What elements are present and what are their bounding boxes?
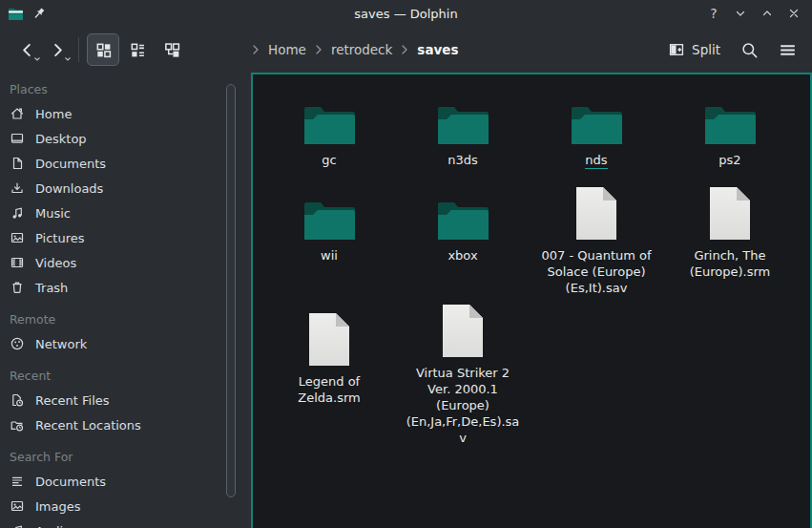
file-icon bbox=[308, 312, 350, 367]
sidebar-item-music[interactable]: Music bbox=[0, 201, 251, 225]
sidebar-item-recent-locations[interactable]: Recent Locations bbox=[0, 412, 251, 437]
folder-icon bbox=[704, 103, 756, 145]
split-label: Split bbox=[692, 42, 720, 57]
sidebar-item-documents[interactable]: Documents bbox=[0, 151, 251, 176]
network-icon bbox=[10, 336, 25, 351]
folder-ps2[interactable]: ps2 bbox=[663, 82, 797, 178]
window-title: saves — Dolphin bbox=[0, 7, 812, 21]
hamburger-menu-icon bbox=[779, 41, 797, 59]
image-icon bbox=[10, 230, 25, 245]
file-grinch-the-europe[interactable]: Grinch, The (Europe).srm bbox=[663, 178, 797, 304]
folder-icon bbox=[437, 103, 489, 145]
sidebar-item-network[interactable]: Network bbox=[0, 331, 251, 356]
folder-nds[interactable]: nds bbox=[530, 82, 663, 178]
details-view-icon bbox=[129, 41, 147, 59]
close-button[interactable] bbox=[783, 3, 804, 24]
folder-wii[interactable]: wii bbox=[262, 178, 396, 304]
places-panel: Places Home Desktop Documents Downloads … bbox=[0, 73, 251, 528]
sidebar-item-search-documents[interactable]: Documents bbox=[0, 469, 251, 494]
tree-view-button[interactable] bbox=[156, 33, 188, 66]
search-button[interactable] bbox=[740, 41, 759, 59]
titlebar: saves — Dolphin ? bbox=[0, 0, 812, 27]
document-icon bbox=[10, 156, 25, 171]
toolbar: Home retrodeck saves Split bbox=[0, 27, 812, 73]
sidebar-item-search-audio[interactable]: Audio bbox=[0, 518, 251, 528]
chevron-icon bbox=[250, 43, 261, 56]
file-virtua-striker-2[interactable]: Virtua Striker 2 Ver. 2000.1 (Europe) (E… bbox=[396, 304, 530, 430]
breadcrumb-current[interactable]: saves bbox=[417, 42, 458, 57]
sidebar-item-trash[interactable]: Trash bbox=[0, 275, 251, 300]
music-icon bbox=[10, 523, 25, 528]
folder-xbox[interactable]: xbox bbox=[396, 178, 530, 304]
document-lines-icon bbox=[10, 474, 25, 489]
video-icon bbox=[10, 255, 25, 270]
image-icon bbox=[10, 498, 25, 514]
folder-gc[interactable]: gc bbox=[262, 82, 396, 178]
section-remote: Remote bbox=[0, 308, 251, 331]
folder-icon bbox=[303, 103, 355, 145]
desktop-icon bbox=[10, 131, 25, 146]
minimize-button[interactable] bbox=[730, 3, 751, 24]
section-places: Places bbox=[0, 78, 251, 101]
chevron-icon bbox=[399, 43, 410, 56]
folder-view[interactable]: gc n3ds nds ps2 wii xbox bbox=[251, 73, 812, 528]
help-button[interactable]: ? bbox=[703, 3, 724, 24]
split-view-icon bbox=[668, 41, 685, 58]
dolphin-app-icon bbox=[8, 6, 24, 22]
search-icon bbox=[740, 41, 759, 59]
trash-icon bbox=[10, 280, 25, 295]
folder-icon bbox=[437, 199, 489, 241]
section-search-for: Search For bbox=[0, 446, 251, 469]
section-recent: Recent bbox=[0, 365, 251, 388]
back-button[interactable] bbox=[11, 34, 42, 65]
folder-icon bbox=[571, 103, 622, 145]
home-icon bbox=[10, 106, 25, 121]
details-view-button[interactable] bbox=[121, 33, 154, 66]
breadcrumb-home[interactable]: Home bbox=[268, 42, 306, 57]
file-icon bbox=[442, 304, 484, 358]
forward-button[interactable] bbox=[42, 34, 73, 65]
recent-locations-icon bbox=[10, 417, 25, 433]
sidebar-item-downloads[interactable]: Downloads bbox=[0, 176, 251, 201]
breadcrumb: Home retrodeck saves bbox=[250, 42, 459, 57]
maximize-button[interactable] bbox=[757, 3, 778, 24]
recent-files-icon bbox=[10, 392, 25, 408]
tree-view-icon bbox=[163, 41, 181, 59]
menu-button[interactable] bbox=[779, 41, 797, 59]
forward-dropdown-caret-icon bbox=[64, 55, 72, 63]
icons-view-button[interactable] bbox=[87, 33, 119, 66]
file-007-quantum-of-solace[interactable]: 007 - Quantum of Solace (Europe) (Es,It)… bbox=[530, 178, 663, 304]
file-legend-of-zelda[interactable]: Legend of Zelda.srm bbox=[262, 304, 396, 430]
file-icon bbox=[709, 186, 751, 241]
pin-icon[interactable] bbox=[31, 6, 47, 21]
sidebar-scrollbar[interactable] bbox=[226, 84, 236, 497]
download-icon bbox=[10, 180, 25, 196]
music-icon bbox=[10, 205, 25, 221]
sidebar-item-pictures[interactable]: Pictures bbox=[0, 225, 251, 250]
file-icon bbox=[575, 186, 617, 241]
sidebar-item-desktop[interactable]: Desktop bbox=[0, 126, 251, 151]
sidebar-item-videos[interactable]: Videos bbox=[0, 250, 251, 275]
back-dropdown-caret-icon bbox=[33, 55, 41, 63]
split-button[interactable]: Split bbox=[668, 41, 720, 58]
icons-view-icon bbox=[94, 41, 113, 59]
folder-n3ds[interactable]: n3ds bbox=[396, 82, 530, 178]
chevron-icon bbox=[313, 43, 324, 56]
toolbar-separator bbox=[78, 37, 79, 62]
folder-icon bbox=[303, 199, 355, 241]
breadcrumb-retrodeck[interactable]: retrodeck bbox=[331, 42, 392, 57]
sidebar-item-search-images[interactable]: Images bbox=[0, 494, 251, 518]
sidebar-item-recent-files[interactable]: Recent Files bbox=[0, 388, 251, 412]
sidebar-item-home[interactable]: Home bbox=[0, 101, 251, 126]
